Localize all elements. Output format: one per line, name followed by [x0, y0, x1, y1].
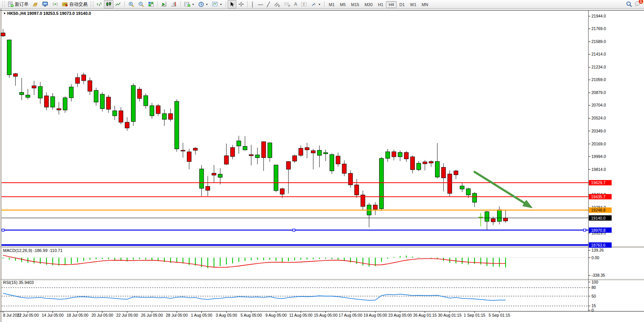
candle-body: [150, 106, 154, 116]
rsi-tick-label: 50: [591, 294, 596, 298]
candle-body: [348, 173, 352, 185]
line-handle[interactable]: [2, 229, 4, 231]
candle-body: [69, 87, 73, 98]
price-badge-label: 18970.8: [591, 228, 606, 233]
time-tick-label: 11 Aug 05:00: [289, 313, 312, 317]
candle-body: [156, 106, 160, 114]
time-tick-label: 17 Aug 05:00: [339, 313, 362, 317]
candle-body: [355, 185, 359, 195]
candle-body: [94, 91, 98, 102]
symbol-ohlc: 19097.0 19253.5 19073.0 19140.0: [27, 11, 91, 16]
time-tick-label: 1 Sep 01:15: [464, 313, 485, 317]
rsi-tick-label: 100: [591, 280, 598, 284]
candle-body: [491, 219, 495, 222]
candle-body: [442, 167, 446, 178]
price-tick-label: 20704.0: [591, 103, 606, 107]
time-tick-label: 1 Aug 05:00: [191, 313, 212, 317]
price-tick-label: 21589.0: [591, 39, 606, 44]
candle-body: [26, 95, 30, 97]
symbol-title: HK50-,H4: [7, 11, 26, 16]
candle-body: [280, 189, 284, 194]
time-tick-label: 30 Aug 01:15: [438, 313, 462, 317]
window-edge: [0, 9, 1, 322]
time-tick-label: 26 Aug 01:15: [413, 313, 437, 317]
panel-splitter[interactable]: [0, 247, 644, 248]
line-handle[interactable]: [293, 229, 295, 231]
candle-body: [63, 98, 67, 110]
candle-body: [429, 161, 433, 163]
candle-body: [51, 97, 55, 107]
time-tick-label: 20 Jul 05:00: [91, 313, 113, 317]
time-tick-label: 5 Sep 01:15: [489, 313, 510, 317]
candle-body: [187, 152, 191, 162]
chart-canvas[interactable]: 21944.021769.021589.021414.021234.021059…: [0, 0, 644, 322]
price-tick-label: 21234.0: [591, 65, 606, 69]
time-tick-label: 12 Jul 05:00: [17, 313, 39, 317]
candle-body: [131, 86, 135, 122]
candle-body: [32, 86, 36, 88]
candle-body: [324, 153, 328, 154]
candle-body: [107, 97, 111, 109]
trading-terminal: 新订单 自动交易: [0, 0, 644, 322]
candle-body: [212, 173, 216, 175]
candle-body: [7, 40, 11, 75]
candle-body: [137, 89, 142, 99]
candle-body: [330, 155, 334, 171]
price-tick-label: 20349.0: [591, 129, 606, 133]
candle-body: [299, 148, 303, 156]
candle-body: [392, 152, 396, 157]
candle-body: [119, 111, 123, 122]
candle-body: [199, 169, 204, 188]
price-tick-label: 19814.0: [591, 167, 606, 172]
candle-body: [460, 186, 464, 189]
candle-body: [81, 75, 86, 81]
time-tick-label: 18 Jul 05:00: [67, 313, 88, 317]
candle-body: [435, 161, 440, 177]
candle-body: [125, 122, 129, 128]
candle-body: [454, 171, 458, 175]
macd-tick-label: 0.00: [591, 255, 599, 260]
candle-body: [417, 163, 421, 170]
chart-background: [0, 9, 644, 322]
candle-body: [175, 101, 179, 149]
panel-splitter[interactable]: [0, 280, 644, 281]
candle-body: [336, 156, 340, 164]
price-tick-label: 19994.0: [591, 154, 606, 159]
symbol-title-line: ▼ HK50-,H4 19097.0 19253.5 19073.0 19140…: [3, 11, 91, 16]
price-tick-label: 21059.0: [591, 77, 606, 82]
candle-body: [274, 165, 278, 190]
candle-body: [485, 212, 489, 222]
time-tick-label: 19 Aug 05:00: [363, 313, 387, 317]
one-click-trading-arrow-icon[interactable]: ▼: [3, 12, 6, 15]
candle-body: [293, 156, 297, 161]
price-tick-label: 20879.0: [591, 90, 606, 95]
candle-body: [410, 157, 414, 170]
price-badge-label: 19629.7: [591, 180, 606, 185]
candle-body: [224, 156, 228, 164]
candle-body: [472, 193, 477, 202]
price-tick-label: 21944.0: [591, 14, 606, 18]
candle-body: [249, 155, 253, 156]
candle-body: [169, 113, 173, 119]
candle-body: [75, 78, 80, 83]
candle-body: [398, 153, 402, 157]
candle-body: [113, 111, 117, 116]
candle-body: [1, 33, 5, 36]
candle-body: [261, 142, 266, 158]
candle-body: [373, 205, 378, 209]
candle-body: [386, 152, 390, 158]
candle-body: [181, 150, 185, 151]
candle-body: [231, 148, 235, 156]
rsi-tick-label: 80: [591, 285, 596, 290]
candle-body: [305, 148, 309, 150]
candle-body: [206, 187, 210, 190]
candle-body: [237, 141, 241, 146]
line-handle[interactable]: [583, 229, 586, 231]
candle-body: [342, 164, 346, 174]
candle-body: [13, 74, 18, 77]
time-tick-label: 28 Jul 05:00: [166, 313, 188, 317]
candle-body: [193, 148, 198, 150]
time-tick-label: 9 Aug 05:00: [265, 313, 287, 317]
candle-body: [423, 162, 427, 164]
candle-body: [268, 143, 272, 158]
